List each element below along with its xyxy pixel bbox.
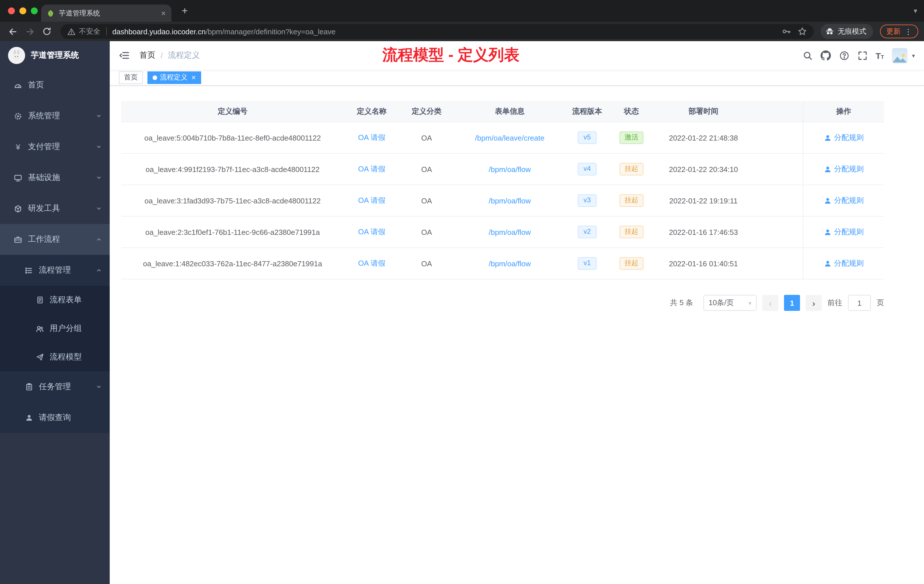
form-info-link[interactable]: /bpm/oa/flow (488, 196, 531, 205)
tags-view-bar: 首页 流程定义 × (110, 70, 924, 86)
password-key-icon[interactable] (782, 27, 791, 36)
assign-rule-button[interactable]: 分配规则 (824, 258, 864, 269)
avatar-caret-icon[interactable]: ▾ (912, 52, 915, 59)
version-tag: v1 (578, 257, 596, 269)
update-label: 更新 (886, 26, 901, 36)
browser-menu-icon[interactable]: ⋮ (904, 27, 912, 36)
tag-current[interactable]: 流程定义 × (147, 71, 201, 84)
app-logo[interactable]: 芋道管理系统 (0, 41, 110, 70)
col-actions: 操作 (803, 101, 884, 122)
definition-category: OA (421, 228, 432, 236)
sidebar-item-user-groups[interactable]: 用户分组 (0, 314, 110, 343)
sidebar-item-leave-query[interactable]: 请假查询 (0, 402, 110, 433)
sidebar-item-system[interactable]: 系统管理 (0, 101, 110, 132)
col-status: 状态 (609, 101, 654, 122)
assign-rule-button[interactable]: 分配规则 (824, 195, 864, 206)
sidebar-item-label: 基础设施 (28, 173, 60, 183)
logo-image (8, 47, 25, 64)
deploy-time: 2022-01-22 19:19:11 (669, 196, 738, 205)
breadcrumb-current: 流程定义 (168, 50, 200, 61)
definition-name-link[interactable]: OA 请假 (358, 164, 385, 174)
minimize-window-button[interactable] (20, 7, 26, 14)
sidebar-item-payment[interactable]: ¥ 支付管理 (0, 132, 110, 162)
help-icon[interactable] (839, 50, 850, 61)
sidebar-toggle-icon[interactable] (119, 50, 130, 61)
document-icon (35, 296, 44, 304)
user-icon (25, 413, 33, 422)
tab-close-icon[interactable]: × (161, 9, 166, 17)
assign-rule-button[interactable]: 分配规则 (824, 227, 864, 237)
sidebar-item-label: 研发工具 (28, 203, 60, 214)
zoom-window-button[interactable] (31, 7, 38, 14)
url-text: dashboard.yudao.iocoder.cn/bpm/manager/d… (112, 27, 776, 36)
sidebar-item-process-form[interactable]: 流程表单 (0, 286, 110, 314)
address-bar[interactable]: 不安全 dashboard.yudao.iocoder.cn/bpm/manag… (61, 24, 814, 39)
status-badge: 挂起 (619, 226, 644, 238)
form-info-link[interactable]: /bpm/oa/flow (488, 165, 531, 173)
close-window-button[interactable] (8, 7, 15, 14)
chevron-up-icon (96, 267, 102, 273)
assign-rule-button[interactable]: 分配规则 (824, 164, 864, 174)
users-icon (35, 324, 44, 333)
tag-close-icon[interactable]: × (191, 74, 196, 81)
sidebar-item-devtools[interactable]: 研发工具 (0, 193, 110, 224)
sidebar-item-label: 工作流程 (28, 234, 60, 244)
sidebar-item-workflow[interactable]: 工作流程 (0, 224, 110, 255)
prev-page-button[interactable]: ‹ (762, 295, 778, 311)
next-page-button[interactable]: › (806, 295, 822, 311)
sidebar-item-label: 首页 (28, 80, 44, 90)
back-button[interactable] (6, 25, 20, 38)
definition-name-link[interactable]: OA 请假 (358, 195, 385, 206)
col-definition-name: 定义名称 (344, 101, 399, 122)
fullscreen-icon[interactable] (858, 50, 868, 61)
definition-id: oa_leave:5:004b710b-7b8a-11ec-8ef0-acde4… (144, 134, 321, 142)
definition-name-link[interactable]: OA 请假 (358, 258, 385, 269)
form-info-link[interactable]: /bpm/oa/leave/create (475, 134, 544, 142)
definition-name-link[interactable]: OA 请假 (358, 227, 385, 237)
chevron-down-icon (96, 144, 102, 150)
breadcrumb-home-link[interactable]: 首页 (139, 50, 155, 61)
caret-down-icon: ▾ (749, 300, 751, 306)
goto-page-input[interactable] (848, 295, 871, 311)
col-definition-category: 定义分类 (399, 101, 454, 122)
security-label[interactable]: 不安全 (79, 26, 100, 36)
table-row: oa_leave:2:3c1f0ef1-76b1-11ec-9c66-a2380… (121, 216, 884, 248)
tab-favicon-icon (47, 10, 54, 17)
chevron-up-icon (96, 237, 102, 242)
search-icon[interactable] (803, 50, 813, 61)
github-icon[interactable] (821, 50, 831, 61)
sidebar-item-infrastructure[interactable]: 基础设施 (0, 162, 110, 193)
avatar[interactable] (892, 48, 908, 63)
definition-category: OA (421, 134, 432, 142)
new-tab-button[interactable]: + (182, 6, 188, 16)
tag-home[interactable]: 首页 (119, 71, 143, 84)
definition-name-link[interactable]: OA 请假 (358, 133, 385, 143)
toolbox-icon (14, 204, 22, 213)
font-size-icon[interactable]: TT (876, 51, 884, 60)
sidebar-item-process-management[interactable]: 流程管理 (0, 255, 110, 286)
bookmark-star-icon[interactable] (798, 27, 807, 36)
page-number-1[interactable]: 1 (784, 295, 800, 311)
tab-list-caret-icon[interactable]: ▾ (914, 7, 917, 15)
sidebar-item-process-model[interactable]: 流程模型 (0, 343, 110, 371)
briefcase-icon (14, 235, 22, 244)
update-chrome-button[interactable]: 更新 ⋮ (880, 25, 918, 38)
assign-rule-button[interactable]: 分配规则 (824, 133, 864, 143)
tab-title: 芋道管理系统 (59, 8, 157, 18)
deploy-time: 2022-01-16 01:40:51 (669, 259, 738, 268)
col-process-version: 流程版本 (566, 101, 609, 122)
forward-button[interactable] (23, 25, 36, 38)
clipboard-icon (25, 383, 33, 391)
browser-tab[interactable]: 芋道管理系统 × (41, 5, 172, 22)
sidebar-item-label: 流程模型 (50, 352, 82, 362)
col-filler (752, 101, 803, 122)
form-info-link[interactable]: /bpm/oa/flow (488, 228, 531, 236)
page-size-select[interactable]: 10条/页 ▾ (703, 295, 757, 311)
sidebar-item-task-management[interactable]: 任务管理 (0, 371, 110, 402)
col-definition-id: 定义编号 (121, 101, 344, 122)
sidebar-item-home[interactable]: 首页 (0, 70, 110, 101)
form-info-link[interactable]: /bpm/oa/flow (488, 259, 531, 268)
list-icon (25, 266, 33, 275)
sidebar-item-label: 请假查询 (39, 412, 71, 423)
reload-button[interactable] (40, 25, 54, 38)
